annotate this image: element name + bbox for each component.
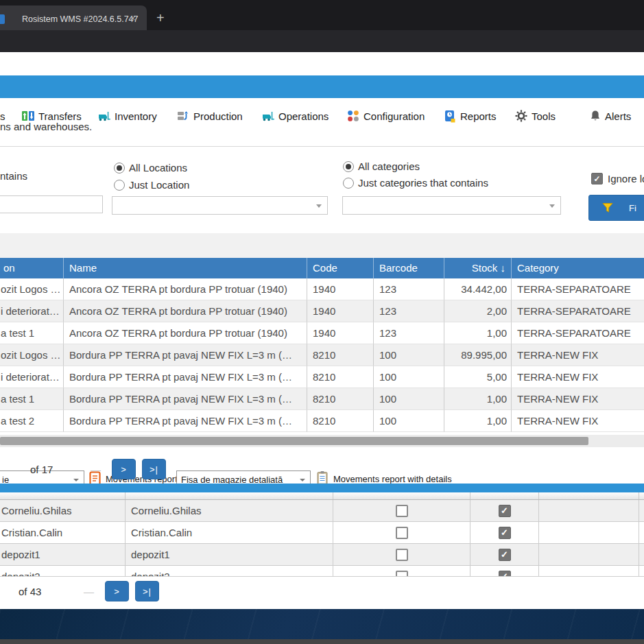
movements-details-button[interactable]: Movements report with details — [333, 474, 452, 484]
ignore-checkbox[interactable]: ✓ — [591, 173, 603, 184]
grid-horizontal-scrollbar[interactable] — [0, 435, 644, 447]
operations-icon — [262, 110, 274, 121]
users-grid: Corneliu.Ghilas Corneliu.Ghilas ✓ Cristi… — [0, 492, 644, 577]
radio-all-locations[interactable] — [114, 163, 125, 174]
radio-just-location[interactable] — [114, 180, 125, 191]
page-header-banner — [0, 75, 644, 98]
col-header-stock[interactable]: Stock ↓ — [444, 258, 512, 278]
row-checkbox-unchecked[interactable] — [396, 527, 408, 539]
reports-icon — [444, 110, 456, 123]
tab-close-icon[interactable]: × — [130, 13, 136, 23]
chevron-down-icon — [300, 479, 305, 481]
funnel-icon — [602, 202, 614, 214]
chevron-down-icon — [549, 204, 555, 208]
taskbar-edge — [0, 639, 644, 644]
row-checkbox-unchecked[interactable] — [396, 549, 408, 561]
name-filter-label: ntains — [0, 170, 27, 182]
table-row[interactable]: Cristian.Calin Cristian.Calin ✓ — [0, 522, 644, 544]
new-tab-button[interactable]: + — [156, 10, 165, 26]
menu-item-reports[interactable]: Reports — [444, 108, 497, 123]
report-toolbar: ie Movements report Fișa de magazie deta… — [0, 233, 644, 258]
menu-item-operations[interactable]: Operations — [262, 108, 329, 123]
production-icon — [177, 110, 189, 121]
radio-all-locations-label: All Locations — [129, 162, 187, 174]
row-checkbox-unchecked[interactable] — [396, 571, 408, 577]
col-header-category[interactable]: Category — [512, 258, 644, 278]
table-row[interactable]: ozit Logos … Bordura PP TERRA pt pavaj N… — [0, 344, 644, 366]
menu-item-alerts[interactable]: Alerts — [590, 108, 631, 123]
stock-grid-header: on Name Code Barcode Stock ↓ Category — [0, 258, 644, 278]
section-separator-bar — [0, 484, 644, 492]
menu-item-configuration[interactable]: Configuration — [347, 108, 425, 123]
pager2-last-button[interactable]: >| — [135, 581, 159, 601]
menu-item-tools[interactable]: Tools — [515, 108, 556, 123]
category-combobox[interactable] — [342, 196, 561, 215]
table-row[interactable]: a test 2 Bordura PP TERRA pt pavaj NEW F… — [0, 410, 644, 432]
table-row[interactable]: a test 1 Ancora OZ TERRA pt bordura PP t… — [0, 322, 644, 344]
pager2-of-text: of 43 — [19, 586, 41, 597]
menu-item-production[interactable]: Production — [177, 108, 243, 123]
table-row[interactable]: depozit2 depozit2 ✓ — [0, 566, 644, 577]
tab-favicon-icon — [0, 14, 5, 24]
app-footer — [0, 609, 644, 639]
radio-all-categories[interactable] — [343, 161, 354, 172]
row-checkbox-checked[interactable]: ✓ — [499, 527, 511, 539]
table-row[interactable]: i deteriorat… Bordura PP TERRA pt pavaj … — [0, 366, 644, 388]
col-header-code[interactable]: Code — [307, 258, 374, 278]
app-window: Rosistem WMS #2024.6.5.747 × + t:9001 A — [0, 0, 644, 644]
check-icon: ✓ — [501, 544, 508, 565]
table-row[interactable]: Corneliu.Ghilas Corneliu.Ghilas ✓ — [0, 500, 644, 522]
section-divider — [0, 146, 644, 147]
sort-desc-icon: ↓ — [501, 262, 506, 274]
row-checkbox-checked[interactable]: ✓ — [499, 549, 511, 561]
radio-just-categories[interactable] — [343, 178, 354, 189]
table-row[interactable]: a test 1 Bordura PP TERRA pt pavaj NEW F… — [0, 388, 644, 410]
tools-gear-icon — [515, 110, 527, 122]
pager2-dash: — — [84, 586, 94, 597]
col-header-location[interactable]: on — [0, 258, 64, 278]
menu-item-inventory[interactable]: Inventory — [98, 108, 157, 123]
radio-just-location-label: Just Location — [129, 179, 189, 191]
tab-title: Rosistem WMS #2024.6.5.747 — [22, 14, 139, 24]
transfers-icon — [22, 110, 34, 121]
browser-tab-bar: Rosistem WMS #2024.6.5.747 × + — [0, 0, 644, 30]
table-row[interactable]: ozit Logos … Ancora OZ TERRA pt bordura … — [0, 278, 644, 300]
page-description: ns and warehouses. — [0, 121, 92, 132]
row-checkbox-checked[interactable]: ✓ — [499, 505, 511, 517]
chevron-down-icon — [73, 479, 79, 481]
chevron-down-icon — [316, 204, 322, 208]
name-filter-input[interactable] — [0, 195, 103, 213]
radio-just-categories-label: Just categories that contains — [358, 177, 488, 189]
alerts-bell-icon — [590, 110, 601, 122]
row-checkbox-checked[interactable]: ✓ — [499, 571, 511, 577]
users-grid-header — [0, 492, 644, 500]
table-row[interactable]: depozit1 depozit1 ✓ — [0, 544, 644, 566]
row-checkbox-unchecked[interactable] — [396, 505, 408, 517]
scrollbar-thumb[interactable] — [0, 437, 588, 445]
browser-address-row: t:9001 A — [0, 30, 644, 52]
radio-all-categories-label: All categories — [358, 160, 420, 172]
check-icon: ✓ — [501, 522, 508, 543]
pager1-last-button[interactable]: >| — [142, 459, 166, 479]
filter-button-label: Fi — [629, 203, 636, 213]
table-row[interactable]: i deteriorat… Ancora OZ TERRA pt bordura… — [0, 300, 644, 322]
stock-grid: on Name Code Barcode Stock ↓ Category oz… — [0, 258, 644, 432]
ignore-checkbox-label: Ignore lo — [608, 173, 644, 184]
pager1-next-button[interactable]: > — [112, 459, 136, 479]
inventory-forklift-icon — [98, 110, 110, 121]
configuration-icon — [347, 110, 359, 122]
check-icon: ✓ — [501, 500, 508, 521]
pager2-next-button[interactable]: > — [105, 581, 129, 601]
check-icon: ✓ — [593, 174, 600, 184]
app-menu-bar: s Transfers Inventory — [0, 52, 644, 75]
check-icon: ✓ — [501, 566, 508, 577]
pager1-dash: — — [91, 464, 101, 475]
filter-button[interactable]: Fi — [588, 195, 644, 221]
col-header-name[interactable]: Name — [64, 258, 307, 278]
location-combobox[interactable] — [112, 196, 328, 215]
pager1-of-text: of 17 — [30, 464, 53, 475]
col-header-barcode[interactable]: Barcode — [374, 258, 444, 278]
